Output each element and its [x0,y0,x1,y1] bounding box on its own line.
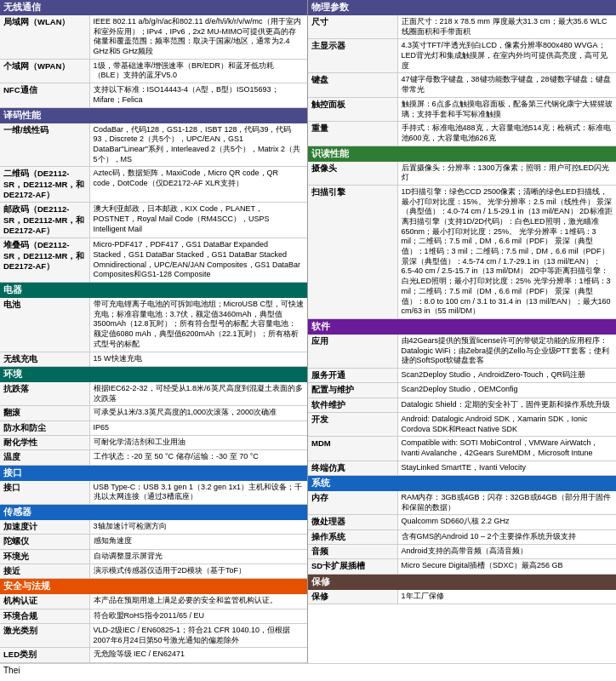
table-row: 开发Android: Datalogic Android SDK，Xamarin… [308,412,616,436]
table-row: 操作系统含有GMS的Android 10 – 2个主要操作系统升级支持 [308,529,616,544]
row-value: VLD-2级IEC / EN60825-1；符合21 CFR 1040.10，但… [89,624,307,648]
spec-table: 加速度计3轴加速计可检测方向陀螺仪感知角速度环境光自动调整显示屏背光接近演示模式… [0,520,307,579]
row-value: 可耐化学清洁剂和工业用油 [89,435,307,449]
row-label: 尺寸 [308,15,397,39]
row-value: 符合欧盟RoHS指令2011/65 / EU [89,609,307,623]
row-value: Compatible with: SOTI MobiControl，VMWare… [397,437,616,461]
table-row: 音频Android支持的高带音频（高清音频） [308,545,616,559]
row-value: 1年工厂保修 [397,590,616,604]
row-label: 开发 [308,412,397,436]
row-label: 微处理器 [308,515,397,529]
table-row: 机构认证本产品在预期用途上满足必要的安全和监管机构认证。 [0,594,307,609]
row-label: 无线充电 [0,352,89,366]
row-label: MDM [308,437,397,461]
row-label: 一维/线性码 [0,123,89,167]
spec-table: 机构认证本产品在预期用途上满足必要的安全和监管机构认证。环境合规符合欧盟RoHS… [0,594,307,662]
row-label: 终端仿真 [308,461,397,475]
row-label: 耐化学性 [0,435,89,449]
row-label: 配置与维护 [308,383,397,398]
row-value: 无危险等级 IEC / EN62471 [89,648,307,662]
section-header: 环境 [0,367,307,382]
table-row: 陀螺仪感知角速度 [0,535,307,549]
row-value: 1级，带基础速率/增强速率（BR/EDR）和蓝牙低功耗（BLE）支持的蓝牙V5.… [89,59,307,83]
section-header: 接口 [0,466,307,481]
table-row: SD卡扩展插槽Micro Secure Digital插槽（SDXC）最高256… [308,559,616,574]
row-label: 个域网（WPAN） [0,59,89,83]
row-value: CodaBar，代码128，GS1-128，ISBT 128，代码39，代码93… [89,123,307,167]
table-row: 翻滚可承受从1米/3.3英尺高度的1,000次滚落，2000次确准 [0,406,307,421]
row-label: 防水和防尘 [0,421,89,435]
table-row: 加速度计3轴加速计可检测方向 [0,520,307,535]
row-value: 1D扫描引擎：绿色CCD 2500像素；清晰的绿色LED扫描线，最小打印对比度：… [397,185,616,318]
row-label: 陀螺仪 [0,535,89,549]
row-value: IEEE 802.11 a/b/g/n/ac和802.11 d/e/h/i/k/… [89,15,307,59]
table-row: 摄像头后置摄像头：分辨率：1300万像素；照明：用户可控LED闪光灯 [308,162,616,186]
row-value: 由42Gears提供的预置license许可的带锁定功能的应用程序：Datalo… [397,335,616,369]
spec-table: 抗跌落根据IEC62-2-32，可经受从1.8米/6英尺高度到混凝土表面的多次跌… [0,382,307,466]
spec-table: 局域网（WLAN）IEEE 802.11 a/b/g/n/ac和802.11 d… [0,15,307,108]
row-value: Micro-PDF417，PDF417，GS1 DataBar Expanded… [89,238,307,283]
table-row: 抗跌落根据IEC62-2-32，可经受从1.8米/6英尺高度到混凝土表面的多次跌… [0,382,307,406]
table-row: 无线充电15 W快速充电 [0,352,307,366]
row-label: 二维码（DE2112-SR，DE2112-MR，和DE2172-AF） [0,167,89,203]
row-label: 温度 [0,450,89,465]
table-row: 内存RAM内存：3GB或4GB；闪存：32GB或64GB（部分用于固件和保留的数… [308,491,616,515]
table-row: 键盘47键字母数字键盘，38键功能数字键盘，28键数字键盘；键盘带常光 [308,73,616,97]
row-label: 邮政码（DE2112-SR，DE2112-MR，和DE2172-AF） [0,203,89,238]
table-row: 配置与维护Scan2Deploy Studio，OEMConfig [308,383,616,398]
row-label: 电池 [0,298,89,352]
row-label: 抗跌落 [0,382,89,406]
row-value: 支持以下标准：ISO14443-4（A型，B型）ISO15693；Mifare；… [89,83,307,107]
table-row: 接近演示模式传感器仅适用于2D模块（基于ToF） [0,564,307,579]
row-label: 操作系统 [308,529,397,544]
row-label: NFC通信 [0,83,89,107]
row-value: 15 W快速充电 [89,352,307,366]
row-value: StayLinked SmartTE，Ivanti Velocity [397,461,616,475]
table-row: 尺寸正面尺寸：218 x 78.5 mm 厚度最大31.3 cm；最大35.6 … [308,15,616,39]
row-value: Datalogic Shield：定期的安全补丁，固件更新和操作系统升级 [397,398,616,412]
footer-text: Thei [3,666,20,675]
table-row: 温度工作状态：-20 至 50 °C 储存/运输：-30 至 70 °C [0,450,307,465]
row-label: 机构认证 [0,594,89,609]
row-value: USB Type-C：USB 3.1 gen 1（3.2 gen 1x1）主机和… [89,481,307,505]
row-label: 环境合规 [0,609,89,623]
row-label: 局域网（WLAN） [0,15,89,59]
table-row: 主显示器4.3英寸TFT/半透光到白LCD，像素分辨率800x480 WVGA；… [308,39,616,73]
row-value: 正面尺寸：218 x 78.5 mm 厚度最大31.3 cm；最大35.6 WL… [397,15,616,39]
row-value: Micro Secure Digital插槽（SDXC）最高256 GB [397,559,616,574]
row-value: 感知角速度 [89,535,307,549]
table-row: 扫描引擎1D扫描引擎：绿色CCD 2500像素；清晰的绿色LED扫描线，最小打印… [308,185,616,318]
row-label: 接近 [0,564,89,579]
row-label: 音频 [308,545,397,559]
section-header: 电器 [0,283,307,298]
row-label: 加速度计 [0,520,89,535]
spec-table: 尺寸正面尺寸：218 x 78.5 mm 厚度最大31.3 cm；最大35.6 … [308,15,616,146]
row-label: 接口 [0,481,89,505]
table-row: 重量手持式：标准电池488克，大容量电池514克；枪柄式：标准电池600克，大容… [308,122,616,146]
row-label: LED类别 [0,648,89,662]
section-header: 软件 [308,319,616,335]
spec-table: 内存RAM内存：3GB或4GB；闪存：32GB或64GB（部分用于固件和保留的数… [308,491,616,575]
row-value: Android支持的高带音频（高清音频） [397,545,616,559]
row-value: Qualcomm SD660八核 2.2 GHz [397,515,616,529]
table-row: 软件维护Datalogic Shield：定期的安全补丁，固件更新和操作系统升级 [308,398,616,412]
table-row: NFC通信支持以下标准：ISO14443-4（A型，B型）ISO15693；Mi… [0,83,307,107]
spec-table: 电池带可充电锂离子电池的可拆卸电池组；MicroUSB C型，可快速充电；标准容… [0,298,307,367]
table-row: 个域网（WPAN）1级，带基础速率/增强速率（BR/EDR）和蓝牙低功耗（BLE… [0,59,307,83]
row-value: Scan2Deploy Studio，AndroidZero-Touch，QR码… [397,368,616,382]
table-row: 环境光自动调整显示屏背光 [0,549,307,564]
row-label: 主显示器 [308,39,397,73]
row-label: 内存 [308,491,397,515]
row-value: 本产品在预期用途上满足必要的安全和监管机构认证。 [89,594,307,609]
row-label: 重量 [308,122,397,146]
row-value: 可承受从1米/3.3英尺高度的1,000次滚落，2000次确准 [89,406,307,421]
spec-table: 一维/线性码CodaBar，代码128，GS1-128，ISBT 128，代码3… [0,123,307,283]
table-row: 保修1年工厂保修 [308,590,616,604]
right-column: 物理参数尺寸正面尺寸：218 x 78.5 mm 厚度最大31.3 cm；最大3… [308,0,616,663]
table-row: 耐化学性可耐化学清洁剂和工业用油 [0,435,307,449]
row-label: 摄像头 [308,162,397,186]
table-row: 二维码（DE2112-SR，DE2112-MR，和DE2172-AF）Aztec… [0,167,307,203]
table-row: 激光类别VLD-2级IEC / EN60825-1；符合21 CFR 1040.… [0,624,307,648]
row-value: 47键字母数字键盘，38键功能数字键盘，28键数字键盘；键盘带常光 [397,73,616,97]
row-value: 澳大利亚邮政，日本邮政，KIX Code，PLANET，POSTNET，Roya… [89,203,307,238]
